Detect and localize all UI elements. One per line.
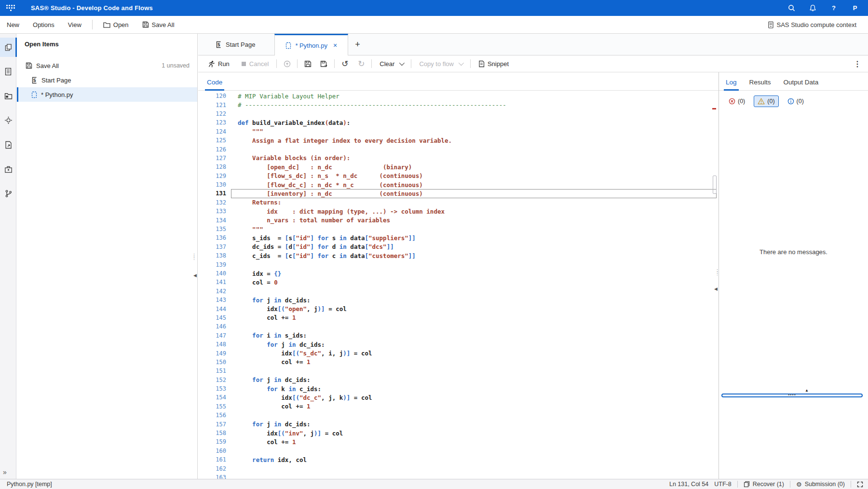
menu-save-all[interactable]: Save All bbox=[136, 16, 181, 33]
code-line[interactable]: 142 bbox=[198, 287, 719, 296]
line-number[interactable]: 129 bbox=[198, 173, 226, 179]
code-line[interactable]: 149 idx[("s_dc", i, j)] = col bbox=[198, 349, 719, 357]
line-number[interactable]: 162 bbox=[198, 465, 226, 472]
tab-code[interactable]: Code bbox=[205, 79, 224, 90]
code-line[interactable]: 144 idx[("open", j)] = col bbox=[198, 304, 719, 313]
snippet-button[interactable]: Snippet bbox=[473, 55, 515, 72]
code-line[interactable]: 136 s_ids = [s["id"] for s in data["supp… bbox=[198, 233, 719, 242]
tab-log[interactable]: Log bbox=[724, 79, 739, 90]
tab-output-data[interactable]: Output Data bbox=[782, 79, 821, 90]
code-line[interactable]: 158 idx[("inv", j)] = col bbox=[198, 429, 719, 437]
divider-collapse-arrow[interactable]: ◀ bbox=[714, 286, 718, 291]
line-number[interactable]: 157 bbox=[198, 421, 226, 428]
tab-start-page[interactable]: S Start Page bbox=[205, 34, 266, 55]
code-line[interactable]: 160 bbox=[198, 447, 719, 455]
line-number[interactable]: 128 bbox=[198, 163, 226, 170]
menu-options[interactable]: Options bbox=[26, 16, 61, 33]
rail-explorer[interactable] bbox=[0, 86, 16, 106]
line-number[interactable]: 154 bbox=[198, 394, 226, 401]
line-number[interactable]: 163 bbox=[198, 474, 226, 479]
redo-icon[interactable]: ↻ bbox=[353, 55, 369, 72]
clear-button[interactable]: Clear bbox=[374, 55, 409, 72]
code-line[interactable]: 145 col += 1 bbox=[198, 313, 719, 322]
line-number[interactable]: 123 bbox=[198, 119, 226, 126]
copy-to-flow-button[interactable]: Copy to flow bbox=[413, 55, 468, 72]
code-line[interactable]: 152 for j in dc_ids: bbox=[198, 376, 719, 384]
app-switcher-icon[interactable] bbox=[6, 3, 15, 13]
compute-context[interactable]: SAS Studio compute context bbox=[768, 21, 856, 28]
info-filter-badge[interactable]: (0) bbox=[784, 95, 808, 107]
code-line[interactable]: 131 [inventory] : n_dc (continuous) bbox=[198, 189, 719, 198]
line-number[interactable]: 144 bbox=[198, 306, 226, 312]
rail-open-items[interactable] bbox=[0, 38, 16, 57]
line-number[interactable]: 136 bbox=[198, 234, 226, 241]
code-line[interactable]: 154 idx[("dc_c", j, k)] = col bbox=[198, 393, 719, 402]
fullscreen-toggle-icon[interactable] bbox=[857, 481, 863, 488]
line-number[interactable]: 150 bbox=[198, 359, 226, 366]
line-number[interactable]: 134 bbox=[198, 217, 226, 224]
code-line[interactable]: 135 """ bbox=[198, 225, 719, 233]
code-line[interactable]: 163 bbox=[198, 473, 719, 479]
line-number[interactable]: 135 bbox=[198, 226, 226, 232]
line-number[interactable]: 147 bbox=[198, 332, 226, 339]
recover-button[interactable]: Recover (1) bbox=[744, 481, 784, 488]
line-number[interactable]: 131 bbox=[198, 190, 226, 197]
rail-git[interactable] bbox=[0, 184, 16, 203]
line-number[interactable]: 141 bbox=[198, 279, 226, 285]
code-line[interactable]: 159 col += 1 bbox=[198, 437, 719, 446]
line-number[interactable]: 161 bbox=[198, 456, 226, 463]
line-number[interactable]: 138 bbox=[198, 252, 226, 259]
error-filter-badge[interactable]: (0) bbox=[725, 95, 749, 107]
code-line[interactable]: 162 bbox=[198, 464, 719, 473]
line-number[interactable]: 145 bbox=[198, 314, 226, 321]
tab-results[interactable]: Results bbox=[747, 79, 773, 90]
code-line[interactable]: 148 for j in dc_ids: bbox=[198, 340, 719, 349]
open-item-python-file[interactable]: * Python.py bbox=[17, 87, 197, 102]
submit-batch-icon[interactable] bbox=[279, 55, 295, 72]
panel-resize-handle[interactable]: ⋮⋮ bbox=[191, 255, 197, 258]
code-line[interactable]: 124 """ bbox=[198, 127, 719, 136]
rail-file-shortcuts[interactable] bbox=[0, 135, 16, 154]
line-number[interactable]: 120 bbox=[198, 93, 226, 99]
code-line[interactable]: 151 bbox=[198, 367, 719, 375]
rail-programs[interactable] bbox=[0, 62, 16, 81]
rail-expand-chevrons[interactable]: » bbox=[3, 468, 7, 476]
line-number[interactable]: 121 bbox=[198, 102, 226, 109]
code-line[interactable]: 122 bbox=[198, 109, 719, 118]
submission-button[interactable]: ⚙ Submission (0) bbox=[796, 481, 845, 488]
line-number[interactable]: 127 bbox=[198, 155, 226, 162]
line-number[interactable]: 133 bbox=[198, 208, 226, 215]
line-number[interactable]: 139 bbox=[198, 261, 226, 268]
line-number[interactable]: 143 bbox=[198, 297, 226, 303]
code-line[interactable]: 129 [flow_s_dc] : n_s * n_dc (continuous… bbox=[198, 172, 719, 180]
save-as-icon[interactable] bbox=[316, 55, 332, 72]
code-line[interactable]: 137 dc_ids = [d["id"] for d in data["dcs… bbox=[198, 243, 719, 251]
menu-open[interactable]: Open bbox=[96, 16, 136, 33]
save-icon[interactable] bbox=[299, 55, 316, 72]
line-number[interactable]: 122 bbox=[198, 110, 226, 117]
code-line[interactable]: 139 bbox=[198, 260, 719, 269]
line-number[interactable]: 160 bbox=[198, 448, 226, 454]
search-icon[interactable] bbox=[787, 4, 796, 13]
rail-tasks[interactable] bbox=[0, 160, 16, 179]
code-line[interactable]: 126 bbox=[198, 145, 719, 153]
code-line[interactable]: 130 [flow_dc_c] : n_dc * n_c (continuous… bbox=[198, 180, 719, 189]
editor-scrollbar[interactable] bbox=[712, 91, 718, 479]
code-line[interactable]: 121# -----------------------------------… bbox=[198, 100, 719, 109]
code-line[interactable]: 123def build_variable_index(data): bbox=[198, 118, 719, 127]
line-number[interactable]: 148 bbox=[198, 341, 226, 348]
code-line[interactable]: 132 Returns: bbox=[198, 198, 719, 207]
tab-python-file[interactable]: * Python.py × bbox=[274, 34, 348, 55]
notifications-icon[interactable] bbox=[808, 4, 817, 13]
code-editor[interactable]: 120# MIP Variable Layout Helper121# ----… bbox=[198, 91, 719, 479]
line-number[interactable]: 149 bbox=[198, 350, 226, 357]
line-number[interactable]: 155 bbox=[198, 403, 226, 410]
line-number[interactable]: 153 bbox=[198, 385, 226, 392]
line-number[interactable]: 158 bbox=[198, 430, 226, 436]
code-line[interactable]: 147 for i in s_ids: bbox=[198, 331, 719, 340]
log-splitter-handle[interactable]: •••• bbox=[721, 394, 863, 397]
line-number[interactable]: 156 bbox=[198, 412, 226, 419]
line-number[interactable]: 125 bbox=[198, 137, 226, 144]
run-button[interactable]: Run bbox=[202, 55, 235, 72]
code-line[interactable]: 140 idx = {} bbox=[198, 269, 719, 278]
